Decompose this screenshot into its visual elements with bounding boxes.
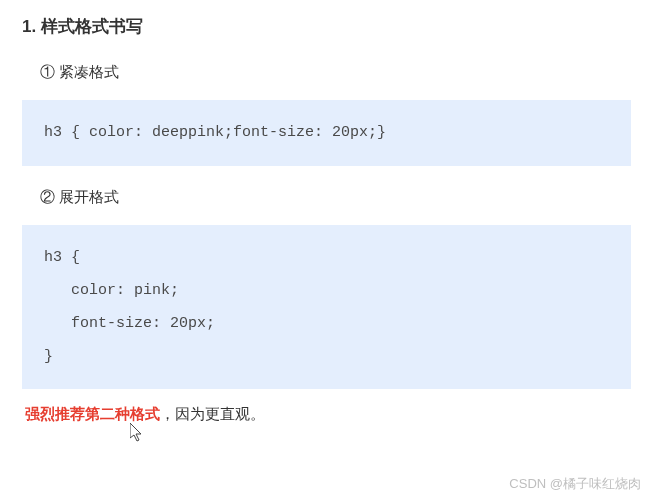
main-heading: 1. 样式格式书写 <box>22 15 631 38</box>
recommendation-text: 强烈推荐第二种格式，因为更直观。 <box>25 405 631 424</box>
section-2-title: ② 展开格式 <box>40 188 631 207</box>
content-container: 1. 样式格式书写 ① 紧凑格式 h3 { color: deeppink;fo… <box>0 0 651 424</box>
recommendation-highlight: 强烈推荐第二种格式 <box>25 405 160 422</box>
code-block-compact: h3 { color: deeppink;font-size: 20px;} <box>22 100 631 166</box>
recommendation-rest: ，因为更直观。 <box>160 405 265 422</box>
cursor-icon <box>130 423 146 443</box>
watermark: CSDN @橘子味红烧肉 <box>509 475 641 493</box>
code-block-expanded: h3 { color: pink; font-size: 20px; } <box>22 225 631 389</box>
section-1-title: ① 紧凑格式 <box>40 63 631 82</box>
